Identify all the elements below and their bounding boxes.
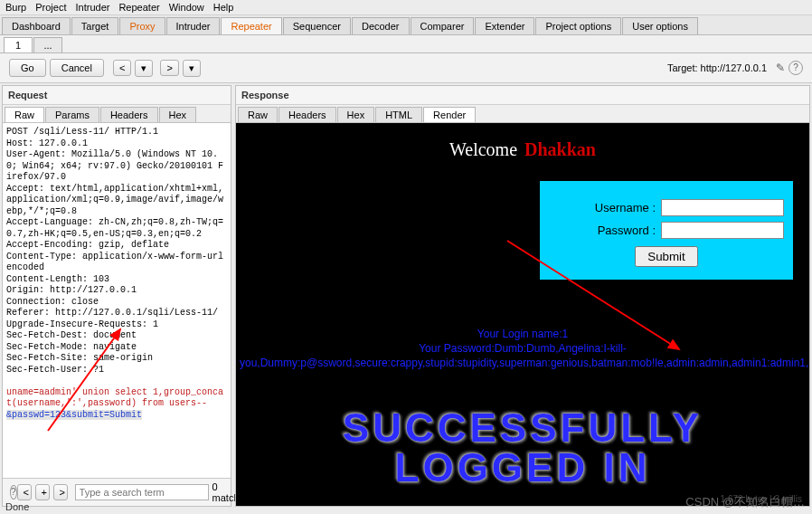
repeater-tab-0[interactable]: 1: [4, 37, 33, 52]
request-tab-raw[interactable]: Raw: [5, 107, 44, 122]
main-tab-decoder[interactable]: Decoder: [352, 17, 410, 34]
menu-window[interactable]: Window: [169, 2, 204, 13]
response-tab-html[interactable]: HTML: [375, 107, 422, 122]
request-raw-body[interactable]: POST /sqli/Less-11/ HTTP/1.1 Host: 127.0…: [3, 123, 231, 478]
response-tab-render[interactable]: Render: [423, 107, 476, 122]
request-tab-params[interactable]: Params: [45, 107, 99, 122]
username-input[interactable]: [661, 199, 784, 216]
next-dd-button[interactable]: ▾: [183, 60, 201, 77]
login-result-text: Your Login name:1 Your Password:Dumb:Dum…: [236, 327, 809, 371]
status-bar: Done: [5, 501, 29, 509]
prev-dd-button[interactable]: ▾: [135, 60, 153, 77]
search-add-button[interactable]: +: [35, 484, 50, 500]
main-tab-extender[interactable]: Extender: [475, 17, 534, 34]
request-tab-hex[interactable]: Hex: [159, 107, 197, 122]
menu-intruder[interactable]: Intruder: [76, 2, 110, 13]
username-label: Username :: [595, 201, 656, 214]
edit-target-icon[interactable]: ✎: [776, 62, 785, 74]
response-pane: Response RawHeadersHexHTMLRender Welcome…: [235, 85, 810, 507]
response-tab-hex[interactable]: Hex: [337, 107, 375, 122]
search-prev-button[interactable]: <: [17, 484, 32, 500]
main-tab-proxy[interactable]: Proxy: [119, 17, 165, 34]
response-tab-headers[interactable]: Headers: [279, 107, 336, 122]
main-tab-project-options[interactable]: Project options: [535, 17, 621, 34]
cancel-button[interactable]: Cancel: [50, 59, 104, 77]
main-tabs: DashboardTargetProxyIntruderRepeaterSequ…: [0, 15, 812, 35]
help-icon[interactable]: ?: [788, 61, 803, 75]
request-pane: Request RawParamsHeadersHex POST /sqli/L…: [2, 85, 231, 507]
watermark: CSDN @不知名白帽…: [685, 494, 805, 509]
main-tab-dashboard[interactable]: Dashboard: [2, 17, 71, 34]
menu-project[interactable]: Project: [35, 2, 66, 13]
target-label: Target: http://127.0.0.1: [667, 62, 767, 73]
response-title: Response: [236, 86, 809, 105]
response-render: WelcomeDhakkan Username : Password : Sub…: [236, 123, 809, 506]
password-input[interactable]: [661, 222, 784, 239]
submit-button[interactable]: Submit: [635, 246, 697, 267]
menu-help[interactable]: Help: [213, 2, 234, 13]
main-tab-user-options[interactable]: User options: [622, 17, 698, 34]
menubar: BurpProjectIntruderRepeaterWindowHelp: [0, 0, 812, 15]
response-tabs: RawHeadersHexHTMLRender: [236, 105, 809, 123]
repeater-tab-1[interactable]: ...: [33, 37, 62, 52]
response-tab-raw[interactable]: Raw: [238, 107, 278, 122]
main-tab-repeater[interactable]: Repeater: [221, 17, 281, 34]
request-tabs: RawParamsHeadersHex: [3, 105, 231, 123]
menu-repeater[interactable]: Repeater: [118, 2, 159, 13]
request-search-row: ? < + > 0 matches: [3, 478, 231, 506]
main-tab-sequencer[interactable]: Sequencer: [283, 17, 351, 34]
welcome-heading: WelcomeDhakkan: [236, 139, 809, 160]
success-banner: SUCCESSFULLY LOGGED IN: [236, 408, 809, 488]
password-label: Password :: [598, 224, 656, 237]
repeater-sub-tabs: 1...: [0, 35, 812, 53]
prev-button[interactable]: <: [113, 60, 131, 76]
main-tab-comparer[interactable]: Comparer: [411, 17, 475, 34]
search-input[interactable]: [75, 484, 209, 500]
menu-burp[interactable]: Burp: [5, 2, 26, 13]
login-form: Username : Password : Submit: [540, 181, 793, 280]
main-tab-target[interactable]: Target: [71, 17, 119, 34]
go-button[interactable]: Go: [9, 59, 46, 77]
request-title: Request: [3, 86, 231, 105]
next-button[interactable]: >: [160, 60, 178, 76]
search-help-icon[interactable]: ?: [10, 485, 17, 500]
request-tab-headers[interactable]: Headers: [100, 107, 158, 122]
search-next-button[interactable]: >: [53, 484, 68, 500]
main-tab-intruder[interactable]: Intruder: [166, 17, 221, 34]
toolbar: Go Cancel < ▾ > ▾ Target: http://127.0.0…: [0, 53, 812, 83]
